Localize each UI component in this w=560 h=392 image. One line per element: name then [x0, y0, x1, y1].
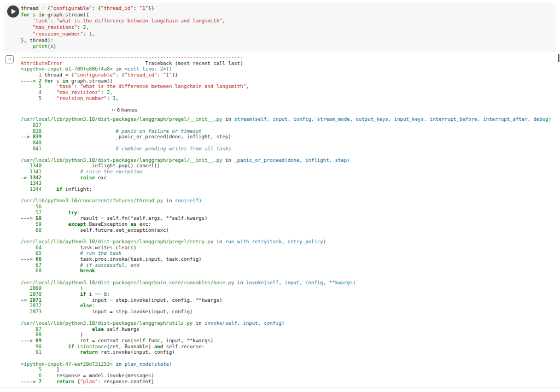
code-line: 2872 else: [21, 303, 560, 309]
traceback-frame: /usr/local/lib/python3.10/dist-packages/… [21, 280, 560, 315]
code-line: 91 return ret.invoke(input, config) [21, 349, 560, 355]
code-line: <ipython-input-61-709fe806f4a8> in <cell… [21, 66, 560, 72]
code-line: 68 break [21, 268, 560, 274]
code-line: 60 self.future.set_exception(exc) [21, 227, 560, 233]
code-line: 2870 if i == 0: [21, 291, 560, 297]
code-line: 56 [21, 204, 560, 210]
code-line: 90 if isinstance(ret, Runnable) and self… [21, 344, 560, 350]
code-line: 59 except BaseException as exc: [21, 221, 560, 227]
code-line: 3 'task': "what is the difference betwee… [21, 84, 560, 90]
traceback-frame: /usr/lib/python3.10/concurrent/futures/t… [21, 198, 560, 233]
code-line: -> 1342 raise exc [21, 175, 560, 181]
code-line: /usr/local/lib/python3.10/dist-packages/… [21, 116, 560, 122]
code-line: ---> 89 ret = context.run(self.func, inp… [21, 338, 560, 344]
code-line: 64 task.writes.clear() [21, 245, 560, 251]
horizontal-scrollbar-track[interactable] [0, 388, 560, 388]
show-frames-button[interactable]: ↑↓ 6 frames [111, 107, 137, 113]
traceback-frame: /usr/local/lib/python3.10/dist-packages/… [21, 320, 560, 355]
code-line: ----> 7 return {"plan": response.content… [21, 379, 560, 385]
code-line: /usr/local/lib/python3.10/dist-packages/… [21, 239, 560, 245]
play-icon [11, 9, 16, 14]
code-line: 87 else self.kwargs [21, 326, 560, 332]
vertical-scrollbar-thumb[interactable] [558, 54, 559, 62]
code-line: 5 "revision_number": 1, [21, 96, 560, 102]
traceback-frame: <ipython-input-47-eef28d731253> in plan_… [21, 361, 560, 385]
code-line: <ipython-input-47-eef28d731253> in plan_… [21, 361, 560, 367]
traceback-frame: /usr/local/lib/python3.10/dist-packages/… [21, 157, 560, 192]
traceback-frame: /usr/local/lib/python3.10/dist-packages/… [21, 116, 560, 151]
code-line: 841 # combine pending writes from all ta… [21, 146, 560, 152]
code-line: 1 thread = {"configurable": {"thread_id"… [21, 72, 560, 78]
code-line: ----------------------------------------… [21, 55, 560, 61]
code-line: -> 2871 input = step.invoke(input, confi… [21, 297, 560, 303]
code-line: 'task': "what is the difference between … [21, 18, 551, 25]
code-line: /usr/local/lib/python3.10/dist-packages/… [21, 320, 560, 326]
expand-frames-icon: ↑↓ [111, 107, 115, 112]
code-line: AttributeError Traceback (most recent ca… [21, 61, 560, 67]
code-line: 57 try: [21, 210, 560, 216]
traceback-frames: /usr/local/lib/python3.10/dist-packages/… [21, 116, 560, 384]
frames-chip-row: ↑↓ 6 frames [21, 103, 560, 110]
code-line: print(s) [21, 44, 551, 50]
code-line: ---> 58 result = self.fn(*self.args, **s… [21, 215, 560, 221]
code-line: 1340 inflight.pop().cancel() [21, 163, 560, 169]
code-line: /usr/local/lib/python3.10/dist-packages/… [21, 280, 560, 286]
code-line: "max_revisions": 2, [21, 25, 551, 31]
code-line: 1341 # raise the exception [21, 169, 560, 175]
code-line: "revision_number": 1, [21, 31, 551, 38]
code-line: 1343 [21, 180, 560, 186]
code-line: ----> 2 for s in graph.stream({ [21, 78, 560, 84]
code-line: 2873 input = step.invoke(input, config) [21, 309, 560, 315]
code-line: 2869 ) [21, 285, 560, 291]
scroll-output-icon[interactable]: ↑↓ [5, 55, 14, 63]
code-line: 837 [21, 122, 560, 128]
traceback-intro: ----------------------------------------… [21, 55, 560, 101]
code-line: thread = {"configurable": {"thread_id": … [21, 5, 551, 12]
code-line: 5 ] [21, 367, 560, 373]
code-line: 67 # if successful, end [21, 262, 560, 268]
code-line: 65 # run the task [21, 250, 560, 256]
traceback-frame: /usr/local/lib/python3.10/dist-packages/… [21, 239, 560, 274]
code-line: for s in graph.stream({ [21, 12, 551, 19]
code-line: 4 "max_revisions": 2, [21, 90, 560, 96]
cell-code-editor[interactable]: thread = {"configurable": {"thread_id": … [21, 5, 551, 50]
code-line: }, thread): [21, 38, 551, 44]
code-line: /usr/lib/python3.10/concurrent/futures/t… [21, 198, 560, 204]
code-cell: thread = {"configurable": {"thread_id": … [4, 3, 556, 52]
code-line: 840 [21, 140, 560, 146]
cell-output: ----------------------------------------… [21, 55, 560, 390]
code-line: ---> 66 task.proc.invoke(task.input, tas… [21, 256, 560, 262]
code-line: --> 839 _panic_or_proceed(done, inflight… [21, 134, 560, 140]
code-line: 1344 if inflight: [21, 186, 560, 192]
code-line: 6 response = model.invoke(messages) [21, 373, 560, 379]
code-line: 838 # panic on failure or timeout [21, 128, 560, 134]
run-cell-button[interactable] [7, 5, 19, 17]
code-line: /usr/local/lib/python3.10/dist-packages/… [21, 157, 560, 163]
frames-count-label: 6 frames [117, 107, 137, 113]
code-line: 88 ) [21, 332, 560, 338]
